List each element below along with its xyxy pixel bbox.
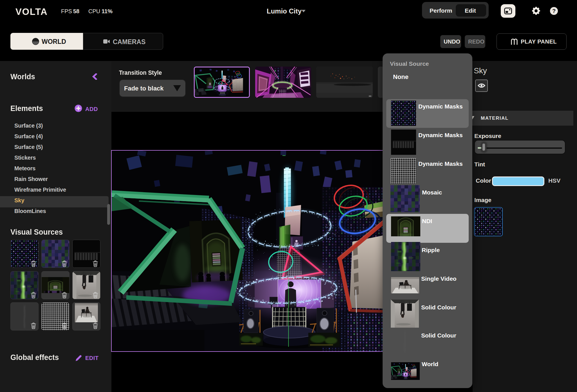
svg-text:?: ? bbox=[552, 8, 556, 14]
